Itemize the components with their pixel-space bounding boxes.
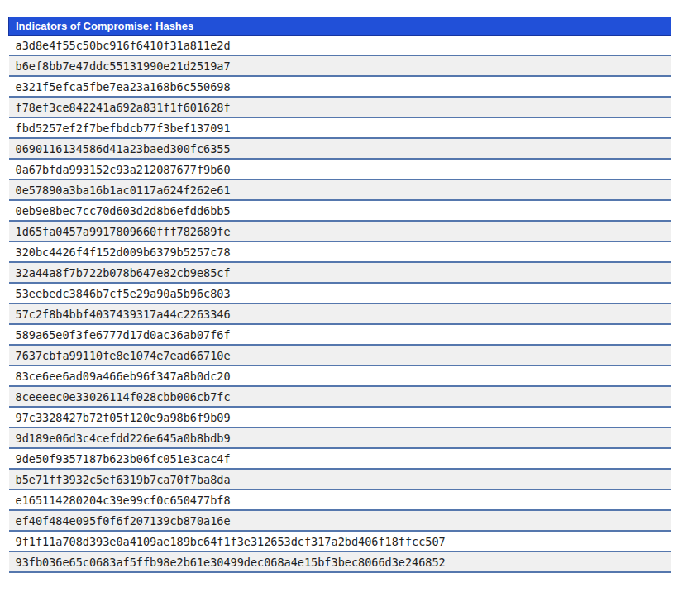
- hash-cell: fbd5257ef2f7befbdcb77f3bef137091: [9, 117, 671, 138]
- table-row: a3d8e4f55c50bc916f6410f31a811e2d: [9, 36, 671, 56]
- hash-cell: a3d8e4f55c50bc916f6410f31a811e2d: [9, 36, 671, 56]
- table-row: 53eebedc3846b7cf5e29a90a5b96c803: [9, 283, 671, 303]
- hash-cell: 7637cbfa99110fe8e1074e7ead66710e: [9, 345, 671, 365]
- table-row: 0eb9e8bec7cc70d603d2d8b6efdd6bb5: [9, 200, 671, 221]
- hash-cell: 589a65e0f3fe6777d17d0ac36ab07f6f: [9, 324, 671, 345]
- hash-cell: 57c2f8b4bbf4037439317a44c2263346: [9, 303, 671, 324]
- table-row: ef40f484e095f0f6f207139cb870a16e: [9, 510, 671, 531]
- hash-cell: 8ceeeec0e33026114f028cbb006cb7fc: [9, 386, 671, 407]
- page: Indicators of Compromise: Hashes a3d8e4f…: [0, 0, 678, 573]
- hash-cell: 0a67bfda993152c93a212087677f9b60: [9, 159, 671, 179]
- table-row: f78ef3ce842241a692a831f1f601628f: [9, 97, 671, 117]
- table-row: 0e57890a3ba16b1ac0117a624f262e61: [9, 179, 671, 200]
- hash-cell: 97c3328427b72f05f120e9a98b6f9b09: [9, 407, 671, 427]
- table-row: 57c2f8b4bbf4037439317a44c2263346: [9, 303, 671, 324]
- table-row: e165114280204c39e99cf0c650477bf8: [9, 489, 671, 510]
- hash-cell: 32a44a8f7b722b078b647e82cb9e85cf: [9, 262, 671, 283]
- hash-cell: 93fb036e65c0683af5ffb98e2b61e30499dec068…: [9, 552, 671, 572]
- hash-cell: 1d65fa0457a9917809660fff782689fe: [9, 221, 671, 241]
- table-row: 0690116134586d41a23baed300fc6355: [9, 138, 671, 159]
- table-header: Indicators of Compromise: Hashes: [9, 17, 671, 36]
- table-row: 32a44a8f7b722b078b647e82cb9e85cf: [9, 262, 671, 283]
- table-row: 83ce6ee6ad09a466eb96f347a8b0dc20: [9, 365, 671, 386]
- hash-cell: 53eebedc3846b7cf5e29a90a5b96c803: [9, 283, 671, 303]
- table-row: 320bc4426f4f152d009b6379b5257c78: [9, 241, 671, 262]
- ioc-hash-table: Indicators of Compromise: Hashes a3d8e4f…: [8, 17, 671, 573]
- table-row: 9f1f11a708d393e0a4109ae189bc64f1f3e31265…: [9, 531, 671, 552]
- table-row: 93fb036e65c0683af5ffb98e2b61e30499dec068…: [9, 552, 671, 572]
- table-row: b6ef8bb7e47ddc55131990e21d2519a7: [9, 55, 671, 76]
- table-row: 1d65fa0457a9917809660fff782689fe: [9, 221, 671, 241]
- table-row: b5e71ff3932c5ef6319b7ca70f7ba8da: [9, 469, 671, 489]
- hash-cell: ef40f484e095f0f6f207139cb870a16e: [9, 510, 671, 531]
- table-row: fbd5257ef2f7befbdcb77f3bef137091: [9, 117, 671, 138]
- table-row: 7637cbfa99110fe8e1074e7ead66710e: [9, 345, 671, 365]
- hash-cell: 9f1f11a708d393e0a4109ae189bc64f1f3e31265…: [9, 531, 671, 552]
- hash-cell: 0eb9e8bec7cc70d603d2d8b6efdd6bb5: [9, 200, 671, 221]
- hash-cell: 0e57890a3ba16b1ac0117a624f262e61: [9, 179, 671, 200]
- hash-cell: 9d189e06d3c4cefdd226e645a0b8bdb9: [9, 427, 671, 448]
- hash-cell: 0690116134586d41a23baed300fc6355: [9, 138, 671, 159]
- table-row: e321f5efca5fbe7ea23a168b6c550698: [9, 76, 671, 97]
- table-body: a3d8e4f55c50bc916f6410f31a811e2db6ef8bb7…: [9, 36, 671, 573]
- hash-cell: e165114280204c39e99cf0c650477bf8: [9, 489, 671, 510]
- table-row: 9de50f9357187b623b06fc051e3cac4f: [9, 448, 671, 469]
- table-head: Indicators of Compromise: Hashes: [9, 17, 671, 36]
- table-row: 8ceeeec0e33026114f028cbb006cb7fc: [9, 386, 671, 407]
- hash-cell: b5e71ff3932c5ef6319b7ca70f7ba8da: [9, 469, 671, 489]
- table-row: 9d189e06d3c4cefdd226e645a0b8bdb9: [9, 427, 671, 448]
- hash-cell: b6ef8bb7e47ddc55131990e21d2519a7: [9, 55, 671, 76]
- hash-cell: e321f5efca5fbe7ea23a168b6c550698: [9, 76, 671, 97]
- table-header-row: Indicators of Compromise: Hashes: [9, 17, 671, 36]
- table-row: 589a65e0f3fe6777d17d0ac36ab07f6f: [9, 324, 671, 345]
- hash-cell: 320bc4426f4f152d009b6379b5257c78: [9, 241, 671, 262]
- hash-cell: 83ce6ee6ad09a466eb96f347a8b0dc20: [9, 365, 671, 386]
- table-row: 97c3328427b72f05f120e9a98b6f9b09: [9, 407, 671, 427]
- hash-cell: 9de50f9357187b623b06fc051e3cac4f: [9, 448, 671, 469]
- hash-cell: f78ef3ce842241a692a831f1f601628f: [9, 97, 671, 117]
- table-row: 0a67bfda993152c93a212087677f9b60: [9, 159, 671, 179]
